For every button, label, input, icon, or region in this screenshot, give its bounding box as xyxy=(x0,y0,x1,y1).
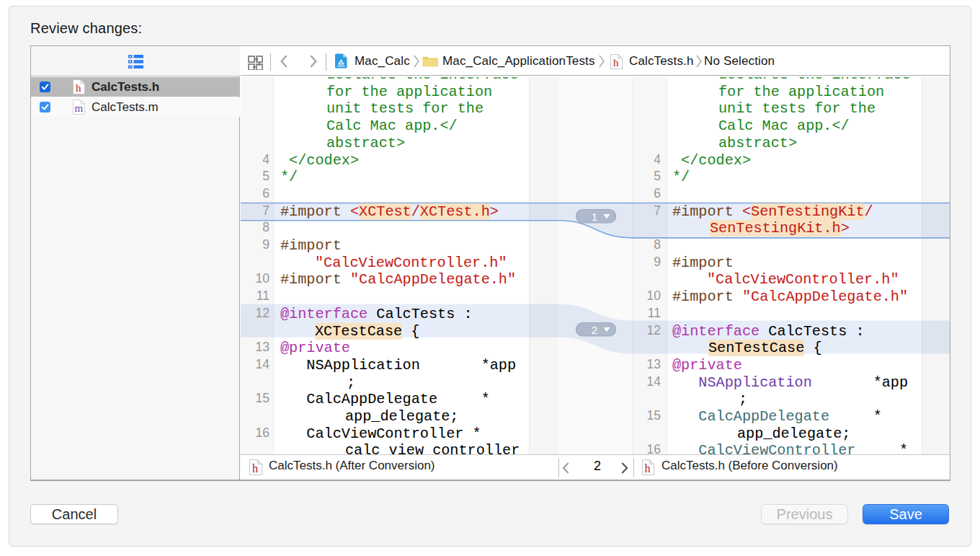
svg-text:h: h xyxy=(252,462,258,475)
svg-text:h: h xyxy=(613,57,619,69)
svg-text:2: 2 xyxy=(592,324,598,336)
svg-text:h: h xyxy=(645,462,651,475)
svg-text:m: m xyxy=(75,102,84,113)
svg-text:1: 1 xyxy=(592,211,598,223)
svg-text:h: h xyxy=(76,82,81,94)
